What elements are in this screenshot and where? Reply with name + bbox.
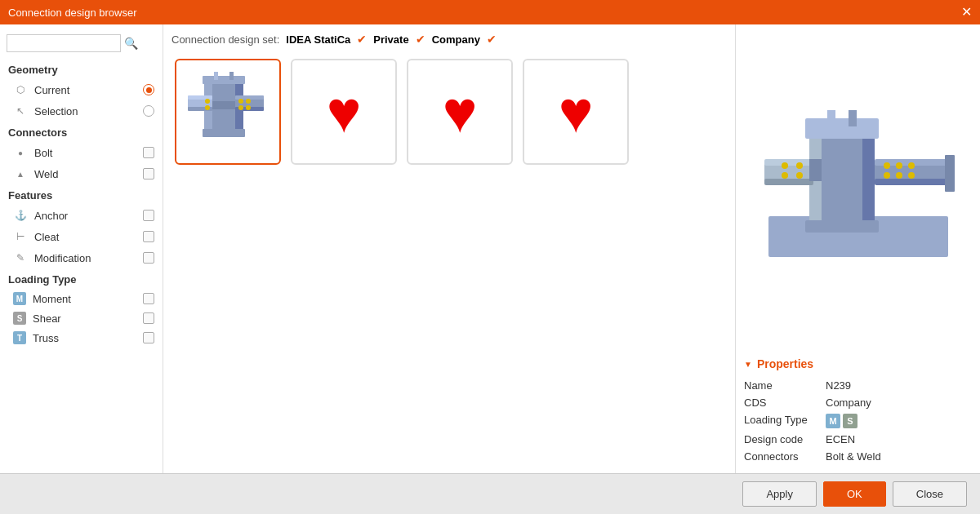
svg-point-42 (896, 162, 902, 169)
bolt-checkbox[interactable] (143, 147, 154, 158)
close-window-button[interactable]: ✕ (961, 6, 972, 19)
svg-point-15 (238, 105, 243, 110)
sidebar-item-cleat[interactable]: Cleat (0, 226, 163, 247)
geo-icon (13, 82, 28, 97)
cleat-icon (13, 229, 28, 244)
card-1[interactable] (175, 59, 281, 165)
content-area: Connection design set: IDEA StatiCa ✔ Pr… (163, 24, 735, 473)
prop-key-name: Name (744, 379, 826, 392)
weld-checkbox[interactable] (143, 168, 154, 179)
large-preview-svg (760, 110, 956, 273)
favorite-heart-2: ♥ (327, 82, 362, 141)
loading-type-badges: M S (826, 414, 858, 428)
window-title: Connection design browser (8, 7, 137, 19)
current-radio[interactable] (143, 84, 154, 95)
private-check-icon: ✔ (416, 33, 425, 46)
bolt-label: Bolt (34, 147, 136, 159)
svg-rect-9 (235, 95, 264, 100)
prop-key-design-code: Design code (744, 433, 826, 445)
cleat-checkbox[interactable] (143, 231, 154, 242)
prop-row-loading-type: Loading Type M S (744, 411, 972, 431)
shear-badge-icon: S (13, 312, 26, 325)
svg-point-13 (205, 105, 210, 110)
prop-row-connectors: Connectors Bolt & Weld (744, 448, 972, 465)
sidebar-item-current[interactable]: Current (0, 79, 163, 100)
svg-rect-46 (827, 110, 835, 126)
sidebar-item-moment[interactable]: M Moment (0, 289, 163, 308)
properties-section: ▼ Properties Name N239 CDS Company Loadi… (744, 357, 972, 465)
search-button[interactable]: 🔍 (121, 35, 141, 51)
ok-button[interactable]: OK (823, 481, 886, 507)
cleat-label: Cleat (34, 231, 136, 243)
anchor-checkbox[interactable] (143, 210, 154, 221)
sidebar-item-weld[interactable]: Weld (0, 163, 163, 184)
loading-badge-s-icon: S (843, 414, 858, 428)
title-bar: Connection design browser ✕ (0, 0, 980, 24)
sidebar-item-truss[interactable]: T Truss (0, 328, 163, 348)
properties-header: ▼ Properties (744, 357, 972, 370)
weld-icon (13, 166, 28, 181)
sidebar-item-bolt[interactable]: Bolt (0, 142, 163, 163)
svg-rect-35 (805, 118, 879, 130)
search-input[interactable] (7, 34, 121, 52)
svg-rect-6 (188, 95, 212, 100)
properties-arrow-icon: ▼ (744, 360, 752, 369)
prop-value-name: N239 (826, 379, 851, 392)
company-value: Company (432, 33, 480, 46)
svg-point-40 (884, 162, 890, 169)
card-2[interactable]: ♥ (291, 59, 397, 165)
svg-point-43 (896, 172, 902, 179)
moment-label: Moment (33, 293, 136, 305)
svg-rect-19 (229, 72, 234, 80)
anchor-icon: ⚓ (13, 208, 28, 223)
sidebar-item-anchor[interactable]: ⚓ Anchor (0, 205, 163, 226)
weld-label: Weld (34, 168, 136, 180)
prop-value-connectors: Bolt & Weld (826, 450, 881, 463)
svg-marker-33 (809, 159, 822, 181)
prop-key-cds: CDS (744, 397, 826, 409)
truss-checkbox[interactable] (143, 332, 154, 343)
close-button[interactable]: Close (893, 481, 967, 507)
company-check-icon: ✔ (487, 33, 497, 46)
svg-rect-28 (764, 179, 813, 185)
cursor-icon (13, 104, 28, 118)
private-value: Private (373, 33, 408, 46)
shear-checkbox[interactable] (143, 312, 154, 324)
truss-label: Truss (33, 332, 136, 344)
svg-point-37 (782, 172, 788, 179)
selection-label: Selection (34, 105, 136, 117)
card-3[interactable]: ♥ (407, 59, 513, 165)
svg-rect-27 (764, 159, 813, 166)
svg-rect-4 (203, 129, 245, 137)
sidebar-item-selection[interactable]: Selection (0, 100, 163, 122)
modify-icon (13, 250, 28, 265)
shear-label: Shear (33, 312, 136, 325)
card-4[interactable]: ♥ (523, 59, 629, 165)
section-connectors: Connectors (0, 122, 163, 142)
favorite-heart-4: ♥ (559, 82, 594, 141)
svg-point-44 (908, 162, 915, 169)
search-bar: 🔍 (0, 31, 163, 55)
moment-badge-icon: M (13, 292, 26, 305)
svg-rect-3 (203, 76, 245, 84)
svg-point-12 (205, 99, 210, 104)
modification-checkbox[interactable] (143, 252, 154, 264)
svg-rect-18 (214, 72, 218, 80)
prop-key-loading-type: Loading Type (744, 414, 826, 428)
svg-rect-25 (805, 220, 879, 233)
prop-row-design-code: Design code ECEN (744, 431, 972, 448)
section-loading-type: Loading Type (0, 268, 163, 289)
idea-statica-value: IDEA StatiCa (286, 33, 350, 46)
right-panel: ▼ Properties Name N239 CDS Company Loadi… (735, 24, 980, 473)
section-features: Features (0, 184, 163, 205)
apply-button[interactable]: Apply (742, 481, 817, 507)
anchor-label: Anchor (34, 210, 136, 222)
sidebar-item-modification[interactable]: Modification (0, 247, 163, 268)
sidebar-item-shear[interactable]: S Shear (0, 308, 163, 328)
selection-radio[interactable] (143, 105, 154, 117)
svg-marker-34 (862, 159, 875, 181)
svg-point-14 (238, 99, 243, 104)
moment-checkbox[interactable] (143, 293, 154, 304)
svg-rect-26 (764, 163, 813, 181)
preview-area (744, 33, 972, 351)
